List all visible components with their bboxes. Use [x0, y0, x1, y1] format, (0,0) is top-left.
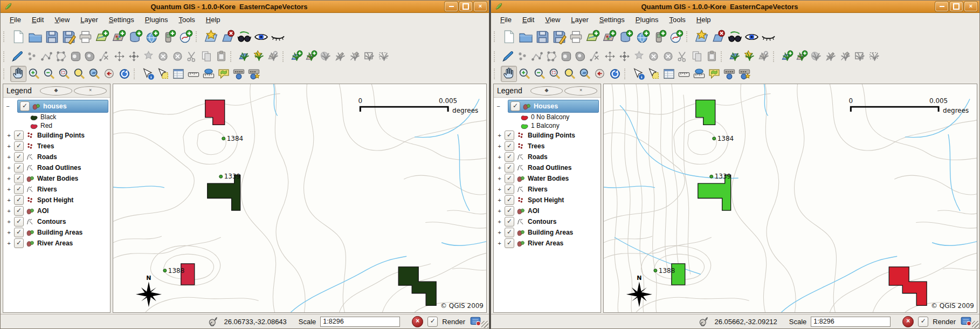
grass-display-region-icon[interactable] [363, 50, 376, 63]
delete-ring-icon[interactable] [157, 50, 169, 63]
menu-tools[interactable]: Tools [174, 15, 199, 25]
capture-polygon-icon[interactable] [55, 50, 67, 63]
menu-layer[interactable]: Layer [566, 15, 593, 25]
legend-layer-building-areas[interactable]: Building Areas [495, 227, 600, 238]
new-bookmark-icon[interactable] [738, 67, 751, 80]
collapse-icon[interactable] [495, 103, 501, 109]
map-tips-icon[interactable] [708, 67, 721, 80]
menu-view[interactable]: View [50, 15, 74, 25]
layer-checkbox[interactable] [14, 141, 24, 151]
add-vector-layer-icon[interactable] [585, 30, 600, 44]
measure-line-icon[interactable] [187, 67, 200, 80]
split-features-icon[interactable] [589, 50, 602, 63]
grass-add-vector-layer-icon[interactable] [291, 50, 303, 63]
expand-icon[interactable] [6, 143, 12, 149]
legend-layer-road-outlines[interactable]: Road Outlines [5, 162, 109, 173]
grass-open-tools-icon[interactable] [349, 50, 361, 63]
layer-checkbox[interactable] [14, 195, 24, 205]
menu-file[interactable]: File [5, 15, 26, 25]
zoom-full-icon[interactable] [563, 67, 576, 80]
paste-features-icon[interactable] [215, 50, 227, 63]
open-attribute-table-icon[interactable] [172, 67, 185, 80]
open-project-icon[interactable] [519, 30, 533, 44]
zoom-in-icon[interactable] [27, 67, 40, 80]
legend-layer-rivers[interactable]: Rivers [495, 184, 600, 195]
close-panel-button[interactable]: × [564, 86, 597, 95]
grass-new-mapset-icon[interactable] [743, 50, 756, 63]
expand-icon[interactable] [496, 132, 502, 139]
layer-checkbox[interactable] [505, 184, 514, 194]
toolbar-handle[interactable] [494, 31, 499, 42]
grass-add-raster-layer-icon[interactable] [796, 50, 808, 63]
minimize-button[interactable] [935, 2, 948, 11]
minimize-button[interactable] [445, 2, 458, 11]
toolbar-handle[interactable] [282, 51, 287, 62]
layer-checkbox[interactable] [14, 206, 24, 216]
close-button[interactable]: × [964, 2, 977, 11]
menu-file[interactable]: File [495, 15, 516, 25]
maximize-button[interactable] [950, 2, 963, 11]
select-features-icon[interactable] [647, 67, 660, 80]
collapse-icon[interactable] [5, 103, 11, 109]
float-panel-button[interactable]: ◆ [530, 86, 563, 95]
legend-layer-roads[interactable]: Roads [495, 152, 600, 162]
legend-layer-water-bodies[interactable]: Water Bodies [5, 173, 109, 184]
move-feature-icon[interactable] [113, 50, 126, 63]
map-canvas[interactable]: 1384 1339 1388 N 0 0.005 degrees [113, 84, 487, 313]
mouse-position-icon[interactable] [208, 316, 219, 327]
show-bookmarks-icon[interactable] [232, 67, 245, 80]
measure-area-icon[interactable] [693, 67, 706, 80]
grass-open-mapset-icon[interactable] [729, 50, 741, 63]
layer-checkbox[interactable] [14, 228, 24, 237]
add-wfs-layer-icon[interactable] [669, 30, 684, 44]
menu-help[interactable]: Help [692, 15, 716, 25]
expand-icon[interactable] [496, 154, 502, 160]
add-ring-icon[interactable] [70, 50, 82, 63]
legend-layer-trees[interactable]: Trees [495, 141, 600, 152]
add-raster-layer-icon[interactable] [112, 30, 126, 44]
map-tips-icon[interactable] [217, 67, 230, 80]
new-vector-layer-icon[interactable] [694, 30, 709, 44]
stop-render-button[interactable]: × [902, 316, 914, 327]
legend-layer-contours[interactable]: Contours [5, 216, 109, 227]
close-panel-button[interactable]: × [74, 86, 107, 95]
expand-icon[interactable] [496, 218, 502, 225]
layer-checkbox[interactable] [14, 174, 24, 183]
toolbar-handle[interactable] [494, 68, 499, 79]
legend-layer-rivers[interactable]: Rivers [5, 184, 109, 195]
expand-icon[interactable] [6, 240, 12, 246]
menu-settings[interactable]: Settings [104, 15, 139, 25]
legend-layer-houses[interactable]: houses [17, 100, 108, 113]
toggle-editing-icon[interactable] [11, 50, 24, 63]
print-composer-icon[interactable] [78, 30, 93, 44]
zoom-out-icon[interactable] [43, 67, 56, 80]
grass-new-mapset-icon[interactable] [253, 50, 265, 63]
resize-grip[interactable] [481, 321, 488, 328]
move-feature-icon[interactable] [604, 50, 616, 63]
map-canvas[interactable]: 1384 1339 1388 N 0 0.005 degrees [603, 84, 977, 313]
show-all-layers-icon[interactable] [254, 30, 268, 44]
capture-line-icon[interactable] [40, 50, 53, 63]
delete-selected-icon[interactable] [142, 50, 155, 63]
capture-point-icon[interactable] [516, 50, 529, 63]
grass-edit-vector-icon[interactable] [825, 50, 837, 63]
legend-layer-spot-height[interactable]: Spot Height [495, 195, 600, 205]
toolbar-handle[interactable] [721, 51, 726, 62]
add-wms-layer-icon[interactable] [636, 30, 650, 44]
grass-open-mapset-icon[interactable] [238, 50, 251, 63]
crs-status-icon[interactable] [470, 316, 481, 327]
add-raster-layer-icon[interactable] [602, 30, 617, 44]
toolbar-handle[interactable] [196, 31, 201, 42]
mouse-position-icon[interactable] [698, 316, 710, 327]
toolbar-handle[interactable] [494, 51, 499, 62]
layer-checkbox[interactable] [505, 206, 514, 216]
legend-layer-river-areas[interactable]: River Areas [5, 238, 109, 249]
grass-open-tools-icon[interactable] [839, 50, 852, 63]
legend-layer-trees[interactable]: Trees [5, 141, 109, 152]
layer-checkbox[interactable] [14, 163, 24, 173]
save-project-icon[interactable] [45, 30, 59, 44]
layer-checkbox[interactable] [505, 152, 514, 162]
layer-checkbox[interactable] [505, 141, 514, 151]
menu-view[interactable]: View [540, 15, 565, 25]
save-project-as-icon[interactable] [61, 30, 76, 44]
